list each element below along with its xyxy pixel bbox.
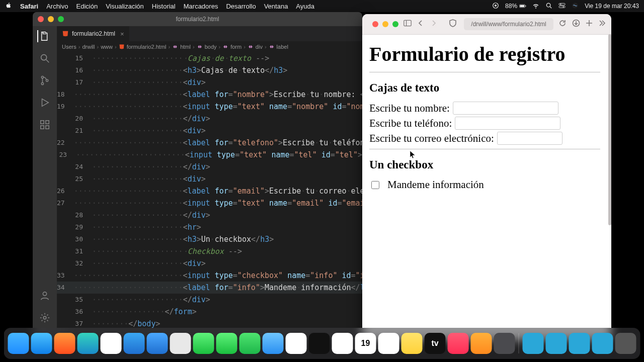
code-line[interactable]: 36················</form> [57, 306, 362, 318]
dock-stocks-icon[interactable] [309, 333, 330, 354]
menu-historial[interactable]: Historial [152, 3, 176, 10]
dock-calendar-icon[interactable]: 19 [355, 333, 376, 354]
safari-window: /drwill/www/formulario2.html Formulario … [362, 14, 611, 340]
explorer-icon[interactable] [37, 30, 51, 42]
dock-folder-documents-icon[interactable] [546, 333, 567, 354]
code-line[interactable]: 17····················<div> [57, 76, 362, 88]
dock-vscode-icon[interactable] [124, 333, 145, 354]
code-line[interactable]: 15·····················Cajas·de·texto --… [57, 52, 362, 64]
dock-appletv-icon[interactable]: tv [425, 333, 446, 354]
vscode-titlebar[interactable]: formulario2.html [33, 12, 362, 26]
svg-point-15 [41, 82, 43, 84]
code-line[interactable]: 35····················</div> [57, 294, 362, 306]
dock-reminders-icon[interactable] [286, 333, 307, 354]
code-line[interactable]: 37········</body> [57, 318, 362, 329]
close-icon[interactable] [372, 21, 378, 27]
dock-notes-list-icon[interactable] [378, 333, 399, 354]
dock-safari-icon[interactable] [31, 333, 52, 354]
minimize-icon[interactable] [382, 21, 388, 27]
svg-point-22 [43, 316, 46, 319]
dock-trash-icon[interactable] [615, 333, 636, 354]
code-line[interactable]: 18························<label for="no… [57, 88, 362, 101]
gear-icon[interactable] [39, 312, 51, 324]
code-line[interactable]: 33························<input type="c… [57, 269, 362, 282]
dock-books-icon[interactable] [471, 333, 492, 354]
scrollbar[interactable] [608, 34, 611, 225]
code-line[interactable]: 23························<input type="t… [57, 149, 362, 161]
extensions-icon[interactable] [39, 119, 51, 131]
tabs-overview-icon[interactable] [598, 19, 606, 29]
vscode-breadcrumb[interactable]: Users› drwill› www› formulario2.html› ht… [57, 41, 362, 52]
maximize-icon[interactable] [392, 21, 398, 27]
menubar-clock[interactable]: Vie 19 de mar 20:43 [585, 3, 639, 10]
code-line[interactable]: 30····················<h3>Un·checkbox</h… [57, 233, 362, 245]
dock-xcode-icon[interactable] [147, 333, 168, 354]
label-info[interactable]: Mandeme información [387, 178, 484, 191]
dock-whatsapp-icon[interactable] [239, 333, 261, 354]
code-line[interactable]: 24····················</div> [57, 161, 362, 173]
code-line[interactable]: 27························<input type="t… [57, 197, 362, 209]
code-line[interactable]: 34························<label for="in… [57, 282, 362, 294]
close-tab-icon[interactable]: × [120, 30, 124, 38]
accounts-icon[interactable] [39, 290, 51, 302]
dock-facetime-icon[interactable] [193, 333, 214, 354]
dock-edge-icon[interactable] [77, 333, 99, 354]
search-icon[interactable] [39, 52, 51, 64]
new-tab-icon[interactable] [585, 19, 593, 29]
reload-icon[interactable] [558, 19, 567, 29]
menu-ayuda[interactable]: Ayuda [296, 3, 314, 10]
dock-messages-icon[interactable] [216, 333, 237, 354]
input-email[interactable] [497, 132, 562, 145]
wifi-icon[interactable] [532, 2, 539, 11]
battery-status[interactable]: 88% [505, 3, 526, 10]
apple-menu-icon[interactable] [5, 2, 12, 11]
dock-folder-desktop-icon[interactable] [523, 333, 544, 354]
tab-formulario2[interactable]: formulario2.html × [57, 26, 130, 41]
dock-settings-icon[interactable] [494, 333, 515, 354]
code-line[interactable]: 26························<label for="em… [57, 185, 362, 197]
dock-numbers-icon[interactable] [332, 333, 353, 354]
input-telefono[interactable] [455, 117, 560, 130]
code-line[interactable]: 29····················<hr> [57, 221, 362, 233]
code-line[interactable]: 31·····················Checkbox --> [57, 245, 362, 257]
code-line[interactable]: 22························<label for="te… [57, 137, 362, 149]
menu-desarrollo[interactable]: Desarrollo [226, 3, 256, 10]
menu-visualizacion[interactable]: Visualización [106, 3, 144, 10]
code-line[interactable]: 21····················<div> [57, 125, 362, 137]
vscode-editor[interactable]: 15·····················Cajas·de·texto --… [57, 52, 362, 329]
dock-firefox-icon[interactable] [54, 333, 75, 354]
menu-archivo[interactable]: Archivo [46, 3, 68, 10]
debug-icon[interactable] [39, 97, 51, 109]
spotlight-icon[interactable] [545, 2, 552, 11]
url-bar[interactable]: /drwill/www/formulario2.html [464, 18, 553, 30]
dock-notes-icon[interactable] [401, 333, 423, 354]
code-line[interactable]: 20····················</div> [57, 113, 362, 125]
menu-edicion[interactable]: Edición [76, 3, 98, 10]
screenrecord-icon[interactable] [492, 2, 499, 11]
forward-button-icon[interactable] [430, 19, 438, 29]
menubar-app[interactable]: Safari [20, 3, 38, 10]
code-line[interactable]: 32····················<div> [57, 257, 362, 269]
input-nombre[interactable] [453, 102, 558, 115]
sidebar-toggle-icon[interactable] [404, 19, 412, 29]
dock-music-icon[interactable] [448, 333, 469, 354]
code-line[interactable]: 16····················<h3>Cajas·de·texto… [57, 64, 362, 76]
back-button-icon[interactable] [417, 19, 425, 29]
dock-screenshot-icon[interactable] [170, 333, 191, 354]
code-line[interactable]: 25····················<div> [57, 173, 362, 185]
menu-marcadores[interactable]: Marcadores [184, 3, 218, 10]
downloads-icon[interactable] [572, 19, 580, 29]
dock-finder-icon[interactable] [8, 333, 29, 354]
dock-chrome-icon[interactable] [101, 333, 122, 354]
dock-folder-dev-icon[interactable] [569, 333, 590, 354]
code-line[interactable]: 28····················</div> [57, 209, 362, 221]
menu-ventana[interactable]: Ventana [264, 3, 288, 10]
checkbox-info[interactable] [371, 181, 379, 189]
siri-icon[interactable] [572, 2, 579, 11]
control-center-icon[interactable] [558, 2, 566, 11]
code-line[interactable]: 19························<input type="t… [57, 101, 362, 113]
dock-folder-downloads-icon[interactable] [592, 333, 613, 354]
sourcecontrol-icon[interactable] [39, 74, 51, 86]
shield-icon[interactable] [449, 19, 457, 29]
dock-mail-icon[interactable] [263, 333, 284, 354]
